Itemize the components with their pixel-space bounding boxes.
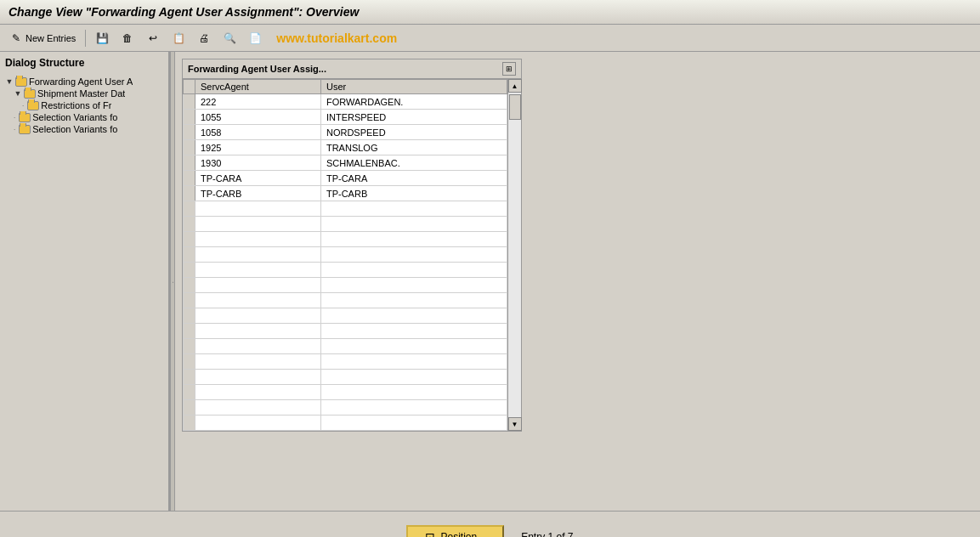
row-selector <box>184 278 195 293</box>
table-row[interactable]: TP-CARBTP-CARB <box>184 186 507 201</box>
cell-servcagent: 1058 <box>195 125 321 140</box>
table-header-row: ServcAgent User <box>184 80 507 94</box>
row-selector <box>184 155 195 171</box>
bullet-icon: · <box>14 114 15 122</box>
forward-button[interactable]: 📋 <box>167 29 190 48</box>
save-button[interactable]: 💾 <box>91 29 113 48</box>
row-selector <box>184 339 195 354</box>
table-empty-row <box>184 232 507 247</box>
table-main: ServcAgent User 222FORWARDAGEN.1055INTER… <box>183 79 507 431</box>
row-selector <box>184 263 195 278</box>
scroll-down-button[interactable]: ▼ <box>508 417 522 431</box>
cell-empty <box>195 232 321 247</box>
row-selector <box>184 110 195 125</box>
table-empty-row <box>184 247 507 263</box>
row-selector <box>184 232 195 247</box>
discard-button[interactable]: 🗑 <box>116 29 139 48</box>
cell-empty <box>320 201 507 217</box>
table-empty-row <box>184 278 507 293</box>
toolbar-separator-1 <box>85 30 86 47</box>
sidebar-item-selection-variants-2[interactable]: · Selection Variants fo <box>12 123 165 135</box>
table-row[interactable]: 222FORWARDAGEN. <box>184 94 507 110</box>
scroll-up-button[interactable]: ▲ <box>508 79 522 93</box>
find-button[interactable]: 🔍 <box>218 29 241 48</box>
table-empty-row <box>184 201 507 217</box>
row-selector <box>184 201 195 217</box>
row-selector <box>184 400 195 415</box>
scroll-thumb[interactable] <box>509 94 521 120</box>
toggle-icon: ▼ <box>14 89 22 98</box>
table-title: Forwarding Agent User Assig... <box>188 64 326 74</box>
cell-empty <box>195 370 321 385</box>
row-selector <box>184 217 195 232</box>
table-empty-row <box>184 354 507 370</box>
row-selector <box>184 140 195 155</box>
table-empty-row <box>184 263 507 278</box>
table-empty-row <box>184 217 507 232</box>
table-empty-row <box>184 400 507 415</box>
sidebar-item-restrictions[interactable]: · Restrictions of Fr <box>20 99 165 111</box>
cell-empty <box>195 201 321 217</box>
sidebar-item-forwarding-agent[interactable]: ▼ Forwarding Agent User A <box>3 76 165 88</box>
discard-icon: 🗑 <box>121 31 134 45</box>
row-selector-header <box>184 80 195 94</box>
cell-servcagent: 1055 <box>195 110 321 125</box>
position-button[interactable]: ⊡ Position... <box>406 525 504 538</box>
cell-empty <box>195 263 321 278</box>
table-empty-row <box>184 415 507 431</box>
table-row[interactable]: 1055INTERSPEED <box>184 110 507 125</box>
cell-empty <box>320 354 507 370</box>
table-row[interactable]: 1930SCHMALENBAC. <box>184 155 507 171</box>
table-row[interactable]: 1925TRANSLOG <box>184 140 507 155</box>
position-icon: ⊡ <box>425 530 435 538</box>
cell-user: SCHMALENBAC. <box>320 155 507 171</box>
folder-icon <box>24 89 36 99</box>
sidebar-item-label: Shipment Master Dat <box>37 88 125 99</box>
row-selector <box>184 415 195 431</box>
cell-user: TRANSLOG <box>320 140 507 155</box>
folder-icon <box>15 77 27 87</box>
folder-icon <box>27 101 39 110</box>
new-entries-button[interactable]: ✎ New Entries <box>5 29 80 48</box>
row-selector <box>184 125 195 140</box>
cell-empty <box>320 263 507 278</box>
cell-servcagent: TP-CARA <box>195 171 321 186</box>
cell-servcagent: 222 <box>195 94 321 110</box>
table-empty-row <box>184 339 507 354</box>
position-button-label: Position... <box>440 531 485 538</box>
scroll-track <box>508 93 521 417</box>
data-table: ServcAgent User 222FORWARDAGEN.1055INTER… <box>183 79 507 431</box>
cell-empty <box>320 308 507 324</box>
print-button[interactable]: 🖨 <box>193 29 215 48</box>
table-empty-row <box>184 308 507 324</box>
back-icon: ↩ <box>146 31 160 45</box>
table-row[interactable]: 1058NORDSPEED <box>184 125 507 140</box>
row-selector <box>184 324 195 339</box>
sidebar-item-label: Restrictions of Fr <box>41 100 111 110</box>
sidebar-item-label: Forwarding Agent User A <box>29 76 133 87</box>
row-selector <box>184 370 195 385</box>
cell-empty <box>195 247 321 263</box>
table-scrollbar: ▲ ▼ <box>507 79 521 431</box>
title-bar: Change View "Forwarding Agent User Assig… <box>0 0 980 25</box>
cell-servcagent: TP-CARB <box>195 186 321 201</box>
table-row[interactable]: TP-CARATP-CARA <box>184 171 507 186</box>
forward-icon: 📋 <box>172 31 185 45</box>
copy-button[interactable]: 📄 <box>244 29 266 48</box>
cell-empty <box>320 339 507 354</box>
cell-empty <box>320 415 507 431</box>
sidebar-item-selection-variants-1[interactable]: · Selection Variants fo <box>12 111 165 123</box>
cell-empty <box>195 354 321 370</box>
folder-icon <box>19 113 31 122</box>
cell-empty <box>195 415 321 431</box>
cell-user: NORDSPEED <box>320 125 507 140</box>
print-icon: 🖨 <box>197 31 211 45</box>
back-button[interactable]: ↩ <box>142 29 164 48</box>
sidebar-item-shipment-master[interactable]: ▼ Shipment Master Dat <box>12 88 165 99</box>
table-config-button[interactable]: ⊞ <box>502 62 516 76</box>
table-with-scroll: ServcAgent User 222FORWARDAGEN.1055INTER… <box>183 79 521 431</box>
cell-empty <box>320 370 507 385</box>
right-panel: Forwarding Agent User Assig... ⊞ ServcAg… <box>175 52 980 511</box>
cell-user: TP-CARB <box>320 186 507 201</box>
cell-empty <box>320 385 507 400</box>
